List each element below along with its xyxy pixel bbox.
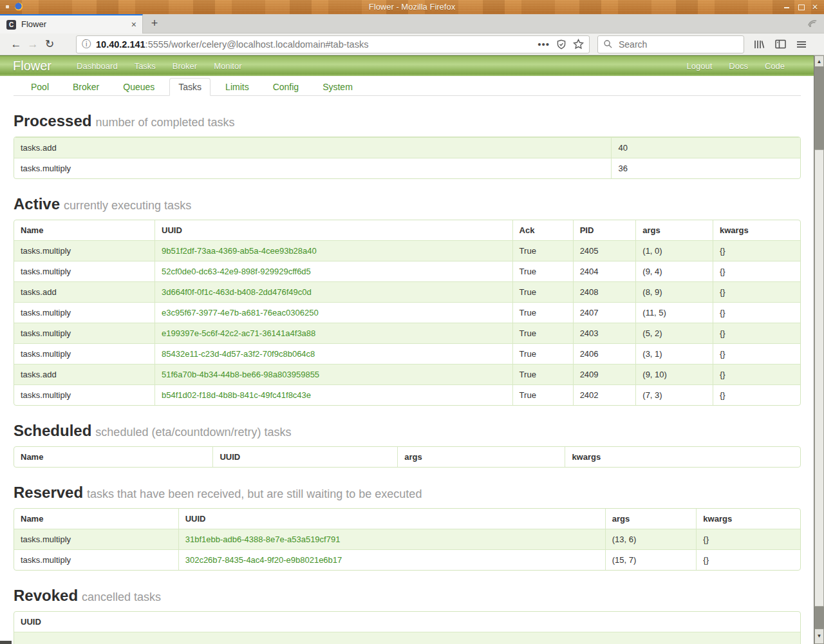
navbar-link-logout[interactable]: Logout — [679, 61, 721, 71]
section-scheduled: Scheduledscheduled (eta/countdown/retry)… — [14, 422, 801, 468]
tab-config[interactable]: Config — [264, 78, 308, 96]
tab-tasks[interactable]: Tasks — [169, 78, 211, 96]
page-actions-icon[interactable]: ••• — [538, 39, 550, 50]
back-button[interactable]: ← — [8, 36, 24, 53]
table-row: tasks.multiply36 — [14, 158, 800, 179]
cell-uuid[interactable]: 52cf0de0-dc63-42e9-898f-929929cff6d5 — [155, 261, 513, 282]
cell-uuid[interactable]: e3c95f67-3977-4e7b-a681-76eac0306250 — [155, 303, 513, 323]
navbar-link-tasks[interactable]: Tasks — [126, 61, 164, 71]
navbar-links: DashboardTasksBrokerMonitor — [68, 61, 250, 71]
cell-ack: True — [512, 261, 573, 282]
browser-tab-flower[interactable]: C Flower × — [0, 14, 143, 33]
section-revoked: Revokedcancelled tasks UUID — [14, 587, 801, 644]
section-subtitle: currently executing tasks — [64, 199, 191, 212]
shield-icon[interactable] — [556, 39, 566, 50]
close-button[interactable]: ✕ — [811, 3, 819, 11]
scheduled-tasks-table: NameUUIDargskwargs — [14, 447, 800, 467]
cell-kwargs: {} — [697, 550, 800, 571]
firefox-app-icon — [15, 3, 23, 11]
cell-uuid[interactable]: 51f6a70b-4b34-44b8-be66-98a803959855 — [155, 365, 513, 385]
url-bar[interactable]: ⓘ 10.40.2.141:5555/worker/celery@localho… — [76, 35, 590, 53]
header-row: NameUUIDAckPIDargskwargs — [14, 220, 800, 241]
cell-ack: True — [512, 241, 573, 261]
section-reserved: Reservedtasks that have been received, b… — [14, 484, 801, 571]
cell-ack: True — [512, 385, 573, 406]
tab-limits[interactable]: Limits — [216, 78, 258, 96]
section-subtitle: tasks that have been received, but are s… — [87, 488, 422, 500]
worker-page: PoolBrokerQueuesTasksLimitsConfigSystem … — [14, 76, 801, 644]
browser-tab-title: Flower — [21, 15, 46, 33]
search-box[interactable] — [597, 35, 744, 53]
header-row: NameUUIDargskwargs — [14, 509, 800, 529]
search-input[interactable] — [617, 39, 720, 50]
cell-count: 40 — [612, 138, 800, 158]
column-header-uuid: UUID — [14, 612, 800, 632]
library-icon[interactable] — [753, 39, 765, 50]
column-header-kwargs: kwargs — [697, 509, 800, 529]
section-title: Revoked — [14, 587, 78, 604]
navbar-link-monitor[interactable]: Monitor — [205, 61, 250, 71]
cell-uuid[interactable]: b54f1d02-f18d-4b8b-841c-49fc41f8c43e — [155, 385, 513, 406]
section-subtitle: cancelled tasks — [82, 591, 161, 603]
page-scrollbar[interactable]: ▲ ▼ — [814, 55, 824, 644]
new-tab-button[interactable]: + — [144, 14, 165, 33]
reload-button[interactable]: ↻ — [41, 36, 58, 53]
forward-button[interactable]: → — [24, 36, 41, 53]
cell-task-name: tasks.multiply — [14, 158, 612, 179]
tab-pool[interactable]: Pool — [22, 78, 58, 96]
table-row: tasks.multiplye199397e-5c6f-42c2-ac71-36… — [14, 323, 800, 344]
navbar-link-broker[interactable]: Broker — [164, 61, 205, 71]
menu-hamburger-icon[interactable] — [796, 40, 807, 49]
column-header-args: args — [398, 447, 565, 467]
navbar-link-code[interactable]: Code — [756, 61, 793, 71]
table-row: tasks.add3d664f0f-0f1c-463d-b408-2dd476f… — [14, 282, 800, 303]
cell-ack: True — [512, 323, 573, 344]
cell-name: tasks.multiply — [14, 323, 155, 344]
maximize-button[interactable] — [797, 3, 805, 11]
cell-uuid[interactable]: e199397e-5c6f-42c2-ac71-36141a4f3a88 — [155, 323, 513, 344]
cell-kwargs: {} — [713, 303, 800, 323]
cell-name: tasks.multiply — [14, 385, 155, 406]
tab-close-icon[interactable]: × — [131, 15, 136, 33]
scrollbar-down-icon[interactable]: ▼ — [814, 629, 824, 644]
column-header-args: args — [605, 509, 697, 529]
cell-uuid[interactable]: 3d664f0f-0f1c-463d-b408-2dd476f49c0d — [155, 282, 513, 303]
site-info-icon[interactable]: ⓘ — [82, 39, 91, 50]
reserved-tasks-table: NameUUIDargskwargstasks.multiply31bf1ebb… — [14, 509, 800, 570]
cell-uuid[interactable]: 31bf1ebb-adb6-4388-8e7e-a53a519cf791 — [178, 529, 605, 550]
scrollbar-up-icon[interactable]: ▲ — [814, 55, 824, 67]
minimize-button[interactable] — [783, 3, 791, 11]
titlebar-dot-icon — [6, 5, 9, 8]
cell-uuid[interactable]: 302c26b7-8435-4ac4-9f20-e9b8021e6b17 — [178, 550, 605, 571]
column-header-name: Name — [14, 220, 155, 241]
cell-pid: 2406 — [573, 344, 636, 365]
section-title: Active — [14, 195, 60, 213]
cell-kwargs: {} — [713, 385, 800, 406]
window-titlebar: Flower - Mozilla Firefox ✕ — [0, 0, 824, 14]
column-header-uuid: UUID — [213, 447, 398, 467]
cell-args: (3, 1) — [636, 344, 713, 365]
table-row — [14, 632, 800, 644]
sidebars-icon[interactable] — [775, 39, 786, 49]
cell-uuid[interactable]: 85432e11-c23d-4d57-a3f2-70f9c8b064c8 — [155, 344, 513, 365]
navbar-link-docs[interactable]: Docs — [720, 61, 756, 71]
column-header-name: Name — [14, 447, 213, 467]
section-active: Activecurrently executing tasks NameUUID… — [14, 195, 801, 406]
column-header-kwargs: kwargs — [565, 447, 800, 467]
browser-tabbar: C Flower × + — [0, 14, 824, 33]
cell-kwargs: {} — [713, 282, 800, 303]
window-title: Flower - Mozilla Firefox — [369, 2, 455, 12]
flower-brand[interactable]: Flower — [13, 59, 52, 73]
cell-name: tasks.add — [14, 282, 155, 303]
firefox-window: Flower - Mozilla Firefox ✕ C Flower × + … — [0, 0, 824, 644]
cell-args: (13, 6) — [605, 529, 697, 550]
navbar-link-dashboard[interactable]: Dashboard — [68, 61, 126, 71]
tab-broker[interactable]: Broker — [64, 78, 108, 96]
tab-system[interactable]: System — [314, 78, 362, 96]
table-row: tasks.multiply52cf0de0-dc63-42e9-898f-92… — [14, 261, 800, 282]
cell-name: tasks.add — [14, 365, 155, 385]
cell-uuid[interactable]: 9b51f2df-73aa-4369-ab5a-4cee93b28a40 — [155, 241, 513, 261]
scrollbar-thumb[interactable] — [814, 149, 824, 607]
bookmark-star-icon[interactable] — [573, 39, 584, 50]
tab-queues[interactable]: Queues — [114, 78, 164, 96]
